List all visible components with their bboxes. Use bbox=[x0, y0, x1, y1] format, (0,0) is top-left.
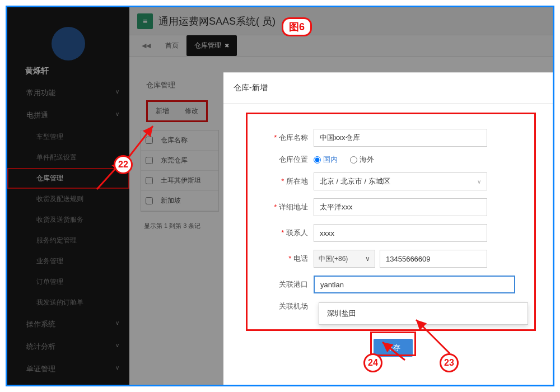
modal-form: 仓库名称 仓库位置 国内 海外 所在地 北京 / 北京市 / 东城区∨ 详细地址… bbox=[246, 113, 536, 331]
label-port: 关联港口 bbox=[260, 279, 308, 290]
input-port[interactable] bbox=[314, 276, 515, 293]
select-phone-country[interactable]: 中国(+86)∨ bbox=[314, 250, 375, 268]
label-phone: 电话 bbox=[260, 254, 308, 264]
select-region[interactable]: 北京 / 北京市 / 东城区∨ bbox=[314, 172, 487, 190]
autocomplete-item[interactable]: 深圳盐田 bbox=[327, 309, 356, 318]
annotation-arrow bbox=[377, 338, 422, 366]
annotation-callout-23: 23 bbox=[440, 353, 459, 372]
radio-domestic[interactable]: 国内 bbox=[314, 155, 338, 164]
annotation-callout-22: 22 bbox=[114, 155, 133, 174]
radio-label: 海外 bbox=[360, 155, 374, 164]
annotation-callout-24: 24 bbox=[363, 353, 382, 372]
svg-line-3 bbox=[382, 342, 405, 360]
radio-location: 国内 海外 bbox=[314, 155, 384, 165]
select-value: 中国(+86) bbox=[319, 254, 348, 264]
radio-label: 国内 bbox=[323, 155, 338, 164]
select-value: 北京 / 北京市 / 东城区 bbox=[320, 176, 390, 186]
input-wh-name[interactable] bbox=[314, 129, 487, 147]
label-location: 仓库位置 bbox=[260, 155, 308, 165]
label-region: 所在地 bbox=[260, 176, 308, 186]
input-contact[interactable] bbox=[314, 224, 487, 242]
modal-title: 仓库-新增 bbox=[223, 73, 553, 104]
chevron-down-icon: ∨ bbox=[477, 179, 481, 185]
svg-line-1 bbox=[128, 126, 153, 158]
input-phone[interactable] bbox=[380, 250, 487, 268]
label-contact: 联系人 bbox=[260, 228, 308, 238]
radio-overseas[interactable]: 海外 bbox=[350, 155, 374, 164]
input-address[interactable] bbox=[314, 198, 487, 216]
chevron-down-icon: ∨ bbox=[365, 255, 370, 263]
annotation-figure-badge: 图6 bbox=[282, 17, 312, 36]
label-airport: 关联机场 bbox=[260, 301, 308, 311]
label-wh-name: 仓库名称 bbox=[260, 133, 308, 143]
label-address: 详细地址 bbox=[260, 202, 308, 212]
